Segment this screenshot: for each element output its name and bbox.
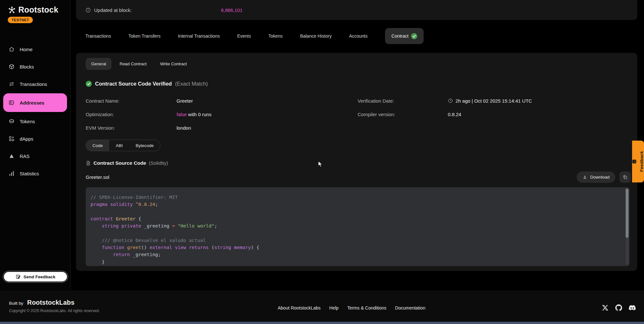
contract-subtabs: GeneralRead ContractWrite Contract [86, 58, 637, 70]
sidebar-item-label: Home [20, 47, 33, 52]
sidebar-item-label: Statistics [20, 171, 39, 176]
updated-block-label: Updated at block: [94, 7, 132, 13]
dapps-icon [8, 135, 15, 142]
feedback-pencil-icon [15, 274, 21, 279]
verification-date-label: Verification Date: [358, 98, 448, 104]
verified-check-icon [86, 81, 92, 87]
sidebar-item-addresses[interactable]: Addresses [3, 93, 67, 112]
sidebar-item-label: Transactions [20, 81, 47, 87]
tab-balance-history[interactable]: Balance History [300, 33, 332, 39]
sidebar-item-dapps[interactable]: dApps [0, 130, 70, 147]
code-tab-abi[interactable]: ABI [109, 140, 129, 151]
footer-link-help[interactable]: Help [329, 305, 339, 310]
sidebar-nav: HomeBlocksTransactionsAddressesTokensdAp… [0, 41, 70, 182]
tab-events[interactable]: Events [237, 33, 251, 39]
footer-link-documentation[interactable]: Documentation [395, 305, 425, 310]
download-button[interactable]: Download [577, 171, 615, 183]
github-icon[interactable] [615, 304, 622, 311]
compiler-version-value: 0.8.24 [448, 112, 637, 117]
footer-social [602, 304, 636, 311]
tab-token-transfers[interactable]: Token Transfers [129, 33, 161, 39]
copy-icon [623, 175, 628, 180]
contract-panel: GeneralRead ContractWrite Contract Contr… [76, 53, 637, 271]
subtab-write-contract[interactable]: Write Contract [155, 58, 192, 70]
footer-link-terms-conditions[interactable]: Terms & Conditions [347, 305, 386, 310]
code-scrollbar[interactable] [626, 189, 629, 265]
tab-tokens[interactable]: Tokens [268, 33, 283, 39]
verified-banner: Contract Source Code Verified (Exact Mat… [86, 81, 637, 87]
sidebar-item-statistics[interactable]: Statistics [0, 165, 70, 182]
x-icon[interactable] [602, 304, 609, 311]
optimization-label: Optimization: [86, 112, 177, 117]
sidebar-item-ras[interactable]: RAS [0, 147, 70, 165]
copy-button[interactable] [620, 171, 631, 183]
evm-version-label: EVM Version: [86, 125, 177, 131]
footer-link-about-rootstocklabs[interactable]: About RootstockLabs [278, 305, 321, 310]
sidebar-item-transactions[interactable]: Transactions [0, 75, 70, 93]
download-icon [582, 175, 587, 180]
blocks-icon [8, 63, 15, 70]
contract-name-value: Greeter [177, 98, 358, 104]
source-code-block[interactable]: // SPDX-License-Identifier: MITpragma so… [86, 187, 630, 266]
subtab-read-contract[interactable]: Read Contract [114, 58, 152, 70]
send-feedback-button[interactable]: Send Feedback [3, 271, 68, 282]
send-feedback-label: Send Feedback [24, 274, 55, 279]
contract-details: Contract Name: Greeter Verification Date… [86, 94, 637, 134]
address-tab-bar: TransactionsToken TransfersInternal Tran… [76, 28, 637, 44]
feedback-side-tab[interactable]: Feedback [632, 141, 644, 182]
discord-icon[interactable] [629, 304, 636, 311]
sidebar-item-blocks[interactable]: Blocks [0, 58, 70, 75]
transactions-icon [8, 81, 15, 87]
tab-contract[interactable]: Contract [385, 28, 424, 44]
copyright-text: Copyright © 2025 RootstockLabs. All righ… [9, 309, 100, 313]
sidebar-item-label: Addresses [20, 100, 44, 106]
subtab-general[interactable]: General [86, 58, 111, 70]
addresses-icon [8, 99, 15, 106]
source-code-title: Contract Source Code [93, 160, 146, 166]
built-by-label: Built by [9, 301, 23, 306]
sidebar: Rootstock TESTNET HomeBlocksTransactions… [0, 0, 71, 291]
document-icon [86, 161, 91, 166]
sidebar-item-tokens[interactable]: Tokens [0, 113, 70, 130]
source-code-text: // SPDX-License-Identifier: MITpragma so… [91, 194, 622, 265]
statistics-icon [8, 170, 15, 177]
tab-internal-transactions[interactable]: Internal Transactions [178, 33, 220, 39]
footer-links: About RootstockLabsHelpTerms & Condition… [278, 305, 425, 310]
footer-brand-logo[interactable]: RootstockLabs [27, 299, 74, 306]
file-name: Greeter.sol [86, 174, 109, 180]
footer: Built by RootstockLabs Copyright © 2025 … [0, 291, 644, 322]
sidebar-item-label: RAS [20, 153, 30, 159]
source-code-header: Contract Source Code (Solidity) [86, 160, 637, 166]
sidebar-item-label: dApps [20, 136, 34, 142]
brand-name: Rootstock [18, 5, 58, 14]
bottom-strip [0, 322, 644, 324]
ras-icon [8, 153, 15, 159]
block-number-link[interactable]: 6,886,101 [221, 7, 243, 13]
code-scrollbar-thumb[interactable] [626, 189, 629, 238]
tab-transactions[interactable]: Transactions [85, 33, 111, 39]
main-content: Updated at block: 6,886,101 Transactions… [71, 0, 644, 291]
code-view-switcher: CodeABIBytecode [86, 140, 160, 151]
code-tab-bytecode[interactable]: Bytecode [129, 140, 160, 151]
home-icon [8, 46, 15, 52]
sidebar-item-label: Blocks [20, 64, 34, 69]
verification-date-value: 2h ago | Oct 02 2025 15:14:41 UTC [448, 98, 637, 104]
tab-accounts[interactable]: Accounts [349, 33, 368, 39]
rootstock-logo-icon [8, 6, 16, 14]
verified-title: Contract Source Code Verified [95, 81, 172, 87]
feedback-tab-label: Feedback [639, 151, 644, 172]
info-icon [85, 7, 91, 13]
source-code-language: (Solidity) [149, 160, 168, 166]
clock-icon [448, 98, 453, 103]
updated-block-card: Updated at block: 6,886,101 [76, 0, 637, 20]
brand-logo[interactable]: Rootstock [0, 0, 70, 14]
code-tab-code[interactable]: Code [86, 140, 109, 151]
optimization-value: false with 0 runs [177, 112, 358, 117]
app-root: Rootstock TESTNET HomeBlocksTransactions… [0, 0, 644, 324]
contract-verified-badge-icon [411, 33, 417, 39]
sidebar-item-label: Tokens [20, 119, 35, 124]
verified-subtitle: (Exact Match) [175, 81, 208, 87]
sidebar-item-home[interactable]: Home [0, 41, 70, 58]
testnet-badge: TESTNET [8, 17, 33, 23]
feedback-smiley-icon [632, 159, 637, 164]
